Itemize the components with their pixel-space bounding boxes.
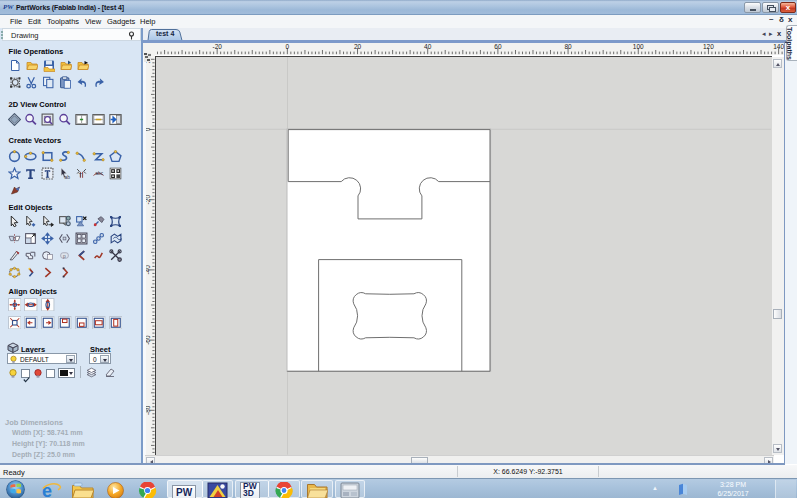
svg-text:0: 0 bbox=[286, 43, 290, 50]
svg-text:0: 0 bbox=[146, 127, 151, 131]
svg-text:-40: -40 bbox=[146, 265, 151, 275]
svg-text:p: p bbox=[63, 253, 66, 258]
svg-text:abc: abc bbox=[95, 170, 103, 175]
svg-text:40: 40 bbox=[424, 43, 432, 50]
svg-text:ab: ab bbox=[65, 174, 71, 179]
svg-text:80: 80 bbox=[564, 43, 572, 50]
svg-text:60: 60 bbox=[494, 43, 502, 50]
svg-text:-80: -80 bbox=[146, 405, 151, 415]
svg-text:120: 120 bbox=[703, 43, 714, 50]
svg-text:140: 140 bbox=[773, 43, 784, 50]
svg-text:20: 20 bbox=[354, 43, 362, 50]
svg-text:100: 100 bbox=[633, 43, 644, 50]
svg-text:-20: -20 bbox=[212, 43, 222, 50]
svg-text:-60: -60 bbox=[146, 335, 151, 345]
svg-text:-20: -20 bbox=[146, 195, 151, 205]
